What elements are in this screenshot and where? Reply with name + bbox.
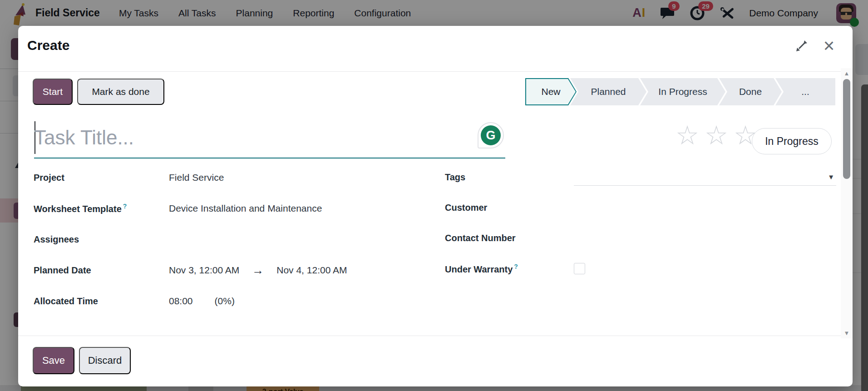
screen: Field Service My Tasks All Tasks Plannin… (0, 0, 868, 391)
allocated-time-value[interactable]: 08:00 (169, 296, 193, 307)
planned-date-start[interactable]: Nov 3, 12:00 AM (169, 265, 239, 276)
under-warranty-checkbox[interactable] (574, 263, 585, 274)
save-button[interactable]: Save (33, 347, 74, 374)
form-left-column: Project Field Service Worksheet Template… (34, 162, 419, 317)
scroll-up-arrow[interactable]: ▲ (841, 70, 853, 77)
expand-icon (795, 39, 809, 53)
project-value[interactable]: Field Service (169, 172, 224, 183)
star-icon[interactable]: ☆ (676, 122, 699, 148)
expand-dialog-button[interactable] (792, 36, 812, 56)
field-row-allocated-time: Allocated Time 08:00 (0%) (34, 286, 419, 317)
grammarly-icon: G (481, 125, 501, 145)
task-title-input[interactable] (34, 120, 461, 155)
priority-stars: ☆ ☆ ☆ (676, 122, 757, 148)
help-icon[interactable]: ? (514, 263, 518, 270)
field-row-assignees: Assignees (34, 224, 419, 255)
allocated-time-label: Allocated Time (34, 296, 169, 307)
scroll-down-arrow[interactable]: ▼ (841, 330, 853, 337)
planned-date-end[interactable]: Nov 4, 12:00 AM (276, 265, 347, 276)
create-task-dialog: Create × Start Mark as done ... Done In … (18, 26, 853, 386)
stage-more[interactable]: ... (775, 78, 835, 105)
start-button[interactable]: Start (33, 79, 73, 105)
under-warranty-label: Under Warranty (445, 264, 513, 274)
worksheet-template-value[interactable]: Device Installation and Maintenance (169, 203, 322, 214)
close-dialog-button[interactable]: × (819, 36, 839, 56)
planned-date-label: Planned Date (34, 265, 169, 276)
help-icon[interactable]: ? (123, 203, 127, 210)
assignees-label: Assignees (34, 234, 169, 245)
allocated-time-percent: (0%) (215, 296, 235, 307)
field-row-customer: Customer (445, 193, 836, 223)
stage-done[interactable]: Done (719, 78, 782, 105)
mark-as-done-button[interactable]: Mark as done (77, 79, 164, 105)
contact-number-label: Contact Number (445, 233, 574, 243)
scrollbar-thumb[interactable] (843, 79, 850, 179)
dialog-title: Create (27, 38, 69, 53)
kanban-state-button[interactable]: In Progress (752, 128, 832, 154)
field-row-tags: Tags ▼ (445, 162, 836, 193)
dialog-scrollbar: ▲ ▼ (841, 68, 853, 338)
field-row-worksheet-template: Worksheet Template? Device Installation … (34, 193, 419, 224)
field-row-planned-date: Planned Date Nov 3, 12:00 AM → Nov 4, 12… (34, 255, 419, 286)
dialog-header: Create × (18, 26, 853, 72)
discard-button[interactable]: Discard (79, 347, 131, 374)
worksheet-template-label: Worksheet Template (34, 204, 122, 214)
stage-in-progress[interactable]: In Progress (640, 78, 725, 105)
stage-statusbar: ... Done In Progress Planned New (525, 78, 835, 105)
dropdown-caret-icon[interactable]: ▼ (828, 173, 834, 181)
stage-planned[interactable]: Planned (570, 78, 646, 105)
date-range-arrow-icon: → (252, 263, 264, 277)
star-icon[interactable]: ☆ (705, 122, 728, 148)
task-title-field: G (34, 117, 505, 158)
field-row-project: Project Field Service (34, 162, 419, 193)
field-row-contact-number: Contact Number (445, 223, 836, 253)
project-label: Project (34, 173, 169, 183)
stage-new-active[interactable]: New (525, 78, 577, 105)
dialog-footer: Save Discard (18, 336, 841, 386)
close-icon: × (824, 36, 835, 55)
tags-label: Tags (445, 172, 574, 183)
customer-label: Customer (445, 203, 574, 213)
grammarly-button[interactable]: G (478, 122, 504, 148)
tags-input[interactable]: ▼ (574, 169, 836, 186)
form-right-column: Tags ▼ Customer Contact Number Under War… (445, 162, 836, 284)
field-row-under-warranty: Under Warranty? (445, 253, 836, 284)
